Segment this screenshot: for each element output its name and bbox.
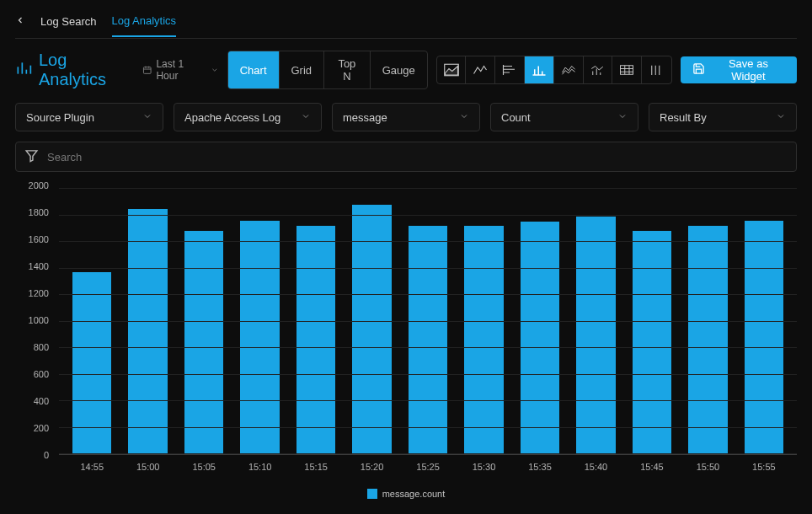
y-axis: 0200400600800100012001400160018002000 bbox=[15, 185, 52, 455]
x-tick-label: 15:50 bbox=[680, 462, 735, 472]
y-tick: 1000 bbox=[29, 315, 49, 325]
bar[interactable] bbox=[688, 226, 728, 454]
x-tick-label: 15:45 bbox=[624, 462, 680, 472]
view-topn-button[interactable]: Top N bbox=[324, 51, 371, 88]
filter-icon[interactable] bbox=[24, 148, 39, 165]
gridline bbox=[59, 294, 797, 295]
gridline bbox=[59, 400, 797, 401]
bar-chart-icon bbox=[15, 60, 32, 81]
select-source-plugin[interactable]: Source Plugin bbox=[15, 103, 163, 131]
select-aggregation[interactable]: Count bbox=[490, 103, 638, 131]
chevron-down-icon bbox=[211, 66, 219, 74]
x-tick-label: 15:55 bbox=[736, 462, 792, 472]
legend-swatch bbox=[367, 489, 377, 499]
select-log-type[interactable]: Apache Access Log bbox=[174, 103, 322, 131]
svg-rect-20 bbox=[621, 66, 633, 75]
chart-type-table-icon[interactable] bbox=[612, 56, 642, 83]
bar[interactable] bbox=[184, 231, 224, 454]
y-tick: 600 bbox=[34, 369, 49, 379]
view-grid-button[interactable]: Grid bbox=[280, 51, 325, 88]
chart-type-hbar-icon[interactable] bbox=[495, 56, 525, 83]
select-label: Apache Access Log bbox=[184, 111, 280, 124]
chart-type-stacked-icon[interactable] bbox=[642, 56, 671, 83]
bar-column bbox=[120, 189, 175, 454]
chart-area: 0200400600800100012001400160018002000 14… bbox=[15, 185, 797, 506]
x-axis-labels: 14:5515:0015:0515:1015:1515:2015:2515:30… bbox=[59, 462, 797, 472]
bar-column bbox=[176, 189, 232, 454]
time-range-picker[interactable]: Last 1 Hour bbox=[142, 58, 219, 82]
select-label: Source Plugin bbox=[26, 111, 94, 124]
chart-type-line-icon[interactable] bbox=[466, 56, 495, 83]
bar-column bbox=[400, 189, 456, 454]
bar-column bbox=[568, 189, 623, 454]
tab-log-search[interactable]: Log Search bbox=[40, 7, 97, 36]
y-tick: 1400 bbox=[29, 261, 49, 271]
legend-label: message.count bbox=[382, 489, 446, 499]
chart-legend: message.count bbox=[15, 489, 797, 499]
y-tick: 1600 bbox=[29, 234, 49, 244]
select-label: message bbox=[343, 111, 387, 124]
bar[interactable] bbox=[128, 209, 168, 454]
bar[interactable] bbox=[633, 231, 672, 454]
chart-type-vbar-icon[interactable] bbox=[525, 56, 554, 83]
svg-marker-31 bbox=[26, 151, 37, 162]
view-chart-button[interactable]: Chart bbox=[228, 51, 280, 88]
tab-log-analytics[interactable]: Log Analytics bbox=[112, 6, 177, 37]
save-widget-button[interactable]: Save as Widget bbox=[681, 56, 797, 83]
bar-column bbox=[232, 189, 287, 454]
bar[interactable] bbox=[296, 226, 336, 454]
bar[interactable] bbox=[745, 221, 784, 454]
x-tick-label: 15:20 bbox=[344, 462, 399, 472]
x-tick-label: 15:40 bbox=[568, 462, 623, 472]
y-tick: 0 bbox=[44, 450, 49, 460]
bar-column bbox=[736, 189, 792, 454]
filter-selects-row: Source Plugin Apache Access Log message … bbox=[15, 103, 797, 131]
bar[interactable] bbox=[352, 205, 392, 454]
nav-tabs: Log Search Log Analytics bbox=[15, 5, 797, 39]
select-result-by[interactable]: Result By bbox=[649, 103, 797, 131]
search-row bbox=[15, 142, 797, 172]
x-tick-label: 15:00 bbox=[120, 462, 175, 472]
bar-column bbox=[456, 189, 511, 454]
gridline bbox=[59, 188, 797, 189]
x-tick-label: 15:30 bbox=[456, 462, 511, 472]
chart-type-multiline-icon[interactable] bbox=[554, 56, 584, 83]
gridline bbox=[59, 374, 797, 375]
select-field[interactable]: message bbox=[332, 103, 480, 131]
bar-column bbox=[288, 189, 344, 454]
gridline bbox=[59, 215, 797, 216]
x-tick-label: 15:10 bbox=[232, 462, 287, 472]
bar-column bbox=[680, 189, 735, 454]
gridline bbox=[59, 453, 797, 454]
chevron-down-icon bbox=[459, 111, 469, 124]
svg-rect-4 bbox=[143, 67, 151, 74]
title-row: Log Analytics Last 1 Hour Chart Grid Top… bbox=[15, 51, 797, 89]
y-tick: 400 bbox=[34, 396, 49, 406]
select-label: Result By bbox=[660, 111, 707, 124]
chevron-down-icon bbox=[142, 111, 152, 124]
view-gauge-button[interactable]: Gauge bbox=[371, 51, 427, 88]
time-range-label: Last 1 Hour bbox=[156, 58, 206, 82]
bar[interactable] bbox=[240, 221, 280, 454]
chart-type-area-icon[interactable] bbox=[437, 56, 467, 83]
gridline bbox=[59, 241, 797, 242]
x-tick-label: 14:55 bbox=[64, 462, 120, 472]
save-button-label: Save as Widget bbox=[712, 57, 785, 83]
search-input[interactable] bbox=[47, 151, 788, 163]
chart-type-group bbox=[436, 56, 672, 84]
chevron-down-icon bbox=[301, 111, 311, 124]
bar-column bbox=[64, 189, 120, 454]
back-icon[interactable] bbox=[15, 15, 25, 28]
chevron-down-icon bbox=[617, 111, 628, 124]
bar[interactable] bbox=[576, 217, 616, 454]
bar-column bbox=[512, 189, 568, 454]
chevron-down-icon bbox=[776, 111, 786, 124]
save-icon bbox=[692, 62, 705, 78]
bar-column bbox=[344, 189, 399, 454]
bar[interactable] bbox=[521, 222, 560, 454]
chart-type-combo-icon[interactable] bbox=[584, 56, 613, 83]
bar-column bbox=[624, 189, 680, 454]
bar[interactable] bbox=[464, 226, 504, 454]
y-tick: 200 bbox=[34, 423, 49, 433]
bar[interactable] bbox=[409, 226, 448, 454]
